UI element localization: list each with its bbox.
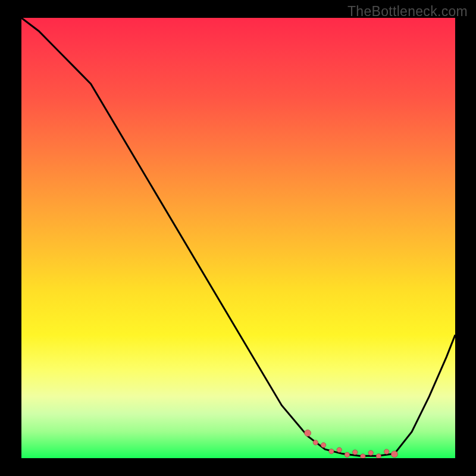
optimum-dot	[376, 454, 381, 459]
optimum-dot	[337, 447, 342, 452]
optimum-dot	[321, 443, 325, 447]
optimum-dot	[345, 452, 349, 457]
bottleneck-curve	[21, 18, 455, 456]
curve-line	[21, 18, 455, 456]
optimum-dot	[305, 430, 311, 436]
optimum-dot	[329, 449, 334, 453]
watermark-text: TheBottleneck.com	[347, 4, 468, 20]
optimum-dot	[361, 454, 365, 458]
optimum-dot	[368, 450, 373, 455]
curve-overlay	[21, 18, 455, 458]
plot-area	[21, 18, 455, 458]
optimum-dot	[313, 440, 318, 445]
optimum-dot	[391, 451, 397, 458]
optimum-dot	[384, 449, 389, 454]
chart-frame: TheBottleneck.com	[0, 0, 476, 476]
optimum-dot	[353, 450, 358, 455]
